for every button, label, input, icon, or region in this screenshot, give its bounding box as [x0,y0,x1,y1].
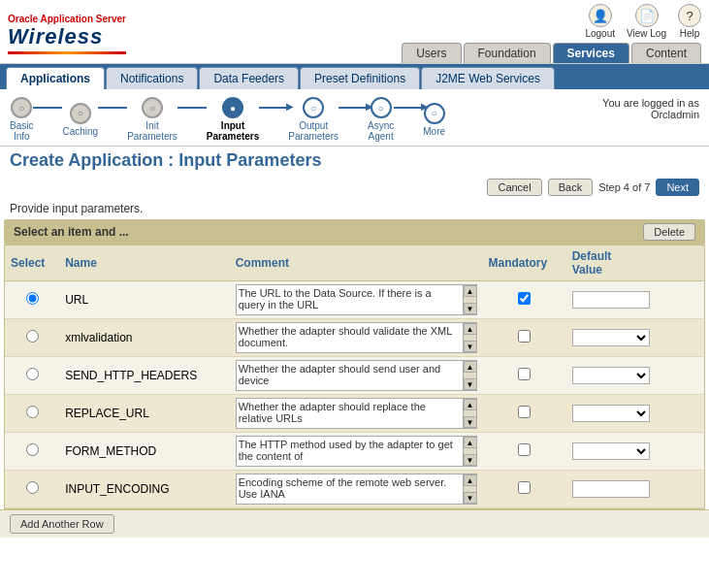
comment-scroll-down-1[interactable]: ▼ [464,341,477,352]
help-label[interactable]: Help [680,28,700,39]
select-radio-2[interactable] [26,368,39,380]
select-radio-5[interactable] [26,481,39,494]
nav-tab-notifications[interactable]: Notifications [106,67,198,89]
default-select-3[interactable] [572,405,650,422]
step-connector-6 [394,107,423,109]
nav-tab-presetdefinitions[interactable]: Preset Definitions [300,67,420,89]
step-label-input: InputParameters [207,120,259,142]
mandatory-checkbox-1[interactable] [518,330,531,343]
col-default: DefaultValue [566,245,704,281]
mandatory-checkbox-2[interactable] [518,368,531,380]
col-name: Name [59,245,230,281]
select-radio-4[interactable] [26,443,39,456]
nav-bar: Applications Notifications Data Feeders … [0,64,709,89]
params-table: Select Name Comment Mandatory DefaultVal… [5,245,704,508]
param-comment-4: The HTTP method used by the adapter to g… [230,433,483,471]
select-header-text: Select an item and ... [14,225,129,239]
comment-text-0: The URL to the Data Source. If there is … [236,284,464,315]
comment-scroll-up-1[interactable]: ▲ [464,323,477,335]
comment-text-4: The HTTP method used by the adapter to g… [236,436,464,467]
comment-scroll-up-2[interactable]: ▲ [464,361,477,373]
step-circle-more: ○ [424,103,445,124]
param-default-4 [566,433,704,471]
params-table-wrapper: Select Name Comment Mandatory DefaultVal… [4,245,705,509]
default-select-2[interactable] [572,367,650,384]
add-row-button[interactable]: Add Another Row [10,514,114,534]
comment-scroll-down-4[interactable]: ▼ [464,454,477,466]
table-row: SEND_HTTP_HEADERSWhether the adapter sho… [5,357,704,395]
tab-services[interactable]: Services [553,43,629,63]
mandatory-checkbox-4[interactable] [518,443,531,456]
page-title: Create Application : Input Parameters [10,150,699,171]
back-button[interactable]: Back [548,179,593,196]
mandatory-checkbox-3[interactable] [518,406,531,418]
default-input-0[interactable] [572,291,650,309]
mandatory-checkbox-5[interactable] [518,481,531,494]
comment-text-5: Encoding scheme of the remote web server… [236,474,464,505]
comment-scroll-down-2[interactable]: ▼ [464,378,477,390]
step-label-basic-info: BasicInfo [10,120,33,142]
logo-area: Oracle Application Server Wireless [8,14,126,54]
comment-text-2: Whether the adapter should send user and… [236,360,464,391]
tab-users[interactable]: Users [402,43,461,63]
comment-scroll-down-5[interactable]: ▼ [464,492,477,504]
comment-scroll-up-3[interactable]: ▲ [464,399,477,410]
step-circle-async: ○ [371,97,392,118]
tab-foundation[interactable]: Foundation [464,43,551,63]
param-mandatory-1 [483,319,566,357]
default-select-1[interactable] [572,329,650,346]
step-connector-4 [259,107,288,109]
comment-scroll-up-0[interactable]: ▲ [464,285,477,297]
mandatory-checkbox-0[interactable] [518,292,531,305]
param-name-0: URL [59,281,230,319]
nav-tab-datafeeders[interactable]: Data Feeders [199,67,299,89]
logout-label[interactable]: Logout [585,28,615,39]
next-button[interactable]: Next [656,179,699,196]
viewlog-icon-item[interactable]: 📄 View Log [627,4,666,39]
top-right-nav: 👤 Logout 📄 View Log ? Help Users Foundat… [402,4,701,63]
nav-tabs: Applications Notifications Data Feeders … [0,64,709,89]
step-input-parameters: ● InputParameters [207,97,259,142]
delete-button[interactable]: Delete [643,223,695,241]
step-circle-init: ○ [142,97,163,118]
cancel-button[interactable]: Cancel [487,179,541,196]
step-circle-caching: ○ [70,103,91,124]
param-default-1 [566,319,704,357]
logged-in-label: You are logged in as [602,97,699,109]
table-header-row: Select Name Comment Mandatory DefaultVal… [5,245,704,281]
table-row: FORM_METHODThe HTTP method used by the a… [5,433,704,471]
col-select: Select [5,245,59,281]
wireless-logo-text: Wireless [8,24,126,49]
comment-scroll-down-0[interactable]: ▼ [464,303,477,314]
select-radio-1[interactable] [26,330,39,343]
comment-scroll-up-5[interactable]: ▲ [464,474,477,486]
param-mandatory-2 [483,357,566,395]
step-basic-info: ○ BasicInfo [10,97,33,142]
param-name-1: xmlvalidation [59,319,230,357]
comment-scroll-down-3[interactable]: ▼ [464,416,477,428]
step-output-parameters: ○ OutputParameters [288,97,338,142]
step-connector-3 [177,107,207,109]
nav-tab-j2me[interactable]: J2ME Web Services [421,67,555,89]
step-connector-2 [98,107,127,109]
help-icon-item[interactable]: ? Help [678,4,701,39]
step-async-agent: ○ AsyncAgent [368,97,394,142]
page-title-bar: Create Application : Input Parameters [0,147,709,175]
default-select-4[interactable] [572,442,650,460]
select-radio-3[interactable] [26,406,39,418]
nav-tab-applications[interactable]: Applications [6,67,105,89]
top-header: Oracle Application Server Wireless 👤 Log… [0,0,709,64]
step-label-output: OutputParameters [288,120,338,142]
select-header-bar: Select an item and ... Delete [4,219,705,245]
step-circle-input: ● [222,97,243,118]
step-label-async: AsyncAgent [368,120,394,142]
default-input-5[interactable] [572,480,650,498]
comment-scroll-up-4[interactable]: ▲ [464,437,477,448]
param-name-4: FORM_METHOD [59,433,230,471]
select-radio-0[interactable] [26,292,39,305]
logged-in-user: Orcladmin [651,109,699,120]
col-mandatory: Mandatory [483,245,566,281]
viewlog-label[interactable]: View Log [627,28,666,39]
logout-icon-item[interactable]: 👤 Logout [585,4,615,39]
tab-content[interactable]: Content [631,43,701,63]
